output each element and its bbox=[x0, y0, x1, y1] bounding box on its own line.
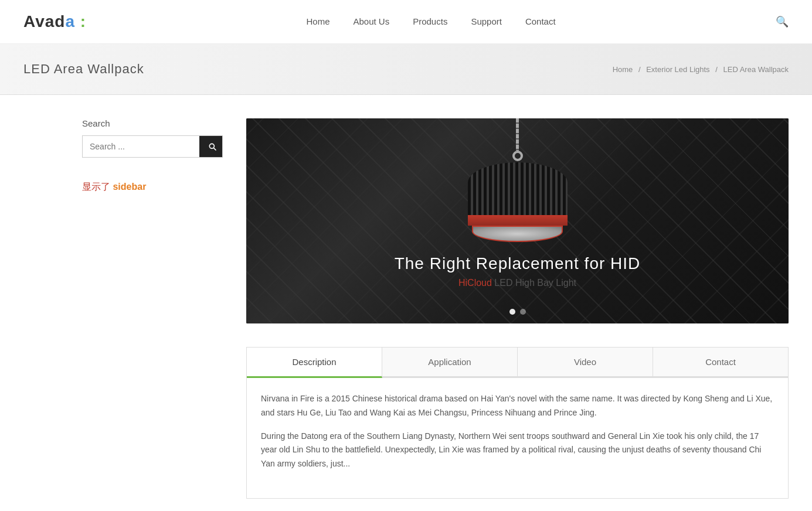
chain-ring bbox=[512, 151, 523, 161]
nav-links: Home About Us Products Support Contact bbox=[306, 16, 555, 27]
nav-item-about[interactable]: About Us bbox=[353, 16, 389, 27]
breadcrumb-home[interactable]: Home bbox=[613, 65, 633, 74]
tab-description[interactable]: Description bbox=[247, 348, 382, 378]
slider-sub-rest: LED High Bay Light bbox=[492, 278, 576, 288]
search-icon bbox=[208, 142, 217, 151]
slider-headline: The Right Replacement for HID bbox=[246, 254, 789, 273]
slider-dots bbox=[246, 309, 789, 315]
page-title: LED Area Wallpack bbox=[23, 62, 144, 77]
search-button[interactable] bbox=[199, 136, 223, 157]
content-area: The Right Replacement for HID HiCloud LE… bbox=[246, 118, 789, 499]
sidebar-tag-zh: 显示了 bbox=[82, 182, 110, 192]
tab-content-description: Nirvana in Fire is a 2015 Chinese histor… bbox=[247, 378, 788, 498]
light-red-ring bbox=[468, 215, 568, 226]
logo[interactable]: Avada : bbox=[23, 12, 86, 31]
breadcrumb-banner: LED Area Wallpack Home / Exterior Led Li… bbox=[0, 44, 812, 95]
nav-search-icon[interactable]: 🔍 bbox=[776, 15, 789, 28]
breadcrumb-cat[interactable]: Exterior Led Lights bbox=[646, 65, 709, 74]
slider-subtext: HiCloud LED High Bay Light bbox=[246, 278, 789, 288]
slider: The Right Replacement for HID HiCloud LE… bbox=[246, 118, 789, 323]
nav-item-products[interactable]: Products bbox=[413, 16, 447, 27]
navbar: Avada : Home About Us Products Support C… bbox=[0, 0, 812, 44]
search-input[interactable] bbox=[83, 136, 199, 157]
logo-text-avad: Avad bbox=[23, 12, 65, 30]
tabs-header: Description Application Video Contact bbox=[247, 348, 788, 378]
tab-contact[interactable]: Contact bbox=[653, 348, 788, 378]
slider-dot-1[interactable] bbox=[509, 309, 515, 315]
sidebar: Search 显示了 sidebar bbox=[82, 118, 246, 499]
tab-application[interactable]: Application bbox=[382, 348, 518, 378]
sidebar-tag-en: sidebar bbox=[113, 182, 146, 192]
nav-item-support[interactable]: Support bbox=[471, 16, 502, 27]
chain-top bbox=[516, 118, 519, 151]
tab-video[interactable]: Video bbox=[518, 348, 653, 378]
nav-item-home[interactable]: Home bbox=[306, 16, 329, 27]
light-lens bbox=[472, 226, 563, 242]
light-fins bbox=[468, 162, 568, 215]
slider-dot-2[interactable] bbox=[520, 309, 526, 315]
slider-text: The Right Replacement for HID HiCloud LE… bbox=[246, 254, 789, 288]
logo-a: a bbox=[65, 12, 75, 30]
main-container: Search 显示了 sidebar bbox=[0, 95, 812, 511]
breadcrumb-sep2: / bbox=[715, 65, 718, 74]
light-dome bbox=[468, 162, 568, 215]
logo-colon: : bbox=[75, 12, 86, 30]
search-box bbox=[82, 135, 223, 158]
breadcrumb-sep1: / bbox=[638, 65, 641, 74]
sidebar-search-label: Search bbox=[82, 118, 223, 128]
slider-brand: HiCloud bbox=[458, 278, 492, 288]
slider-background: The Right Replacement for HID HiCloud LE… bbox=[246, 118, 789, 323]
nav-item-contact[interactable]: Contact bbox=[525, 16, 556, 27]
breadcrumb-current: LED Area Wallpack bbox=[723, 65, 789, 74]
tabs-container: Description Application Video Contact Ni… bbox=[246, 347, 789, 499]
light-body bbox=[468, 162, 568, 242]
sidebar-tag: 显示了 sidebar bbox=[82, 181, 223, 193]
tab-paragraph-2: During the Datong era of the Southern Li… bbox=[261, 430, 774, 471]
breadcrumb: Home / Exterior Led Lights / LED Area Wa… bbox=[613, 65, 789, 74]
light-fixture bbox=[468, 118, 568, 242]
tab-paragraph-1: Nirvana in Fire is a 2015 Chinese histor… bbox=[261, 392, 774, 420]
